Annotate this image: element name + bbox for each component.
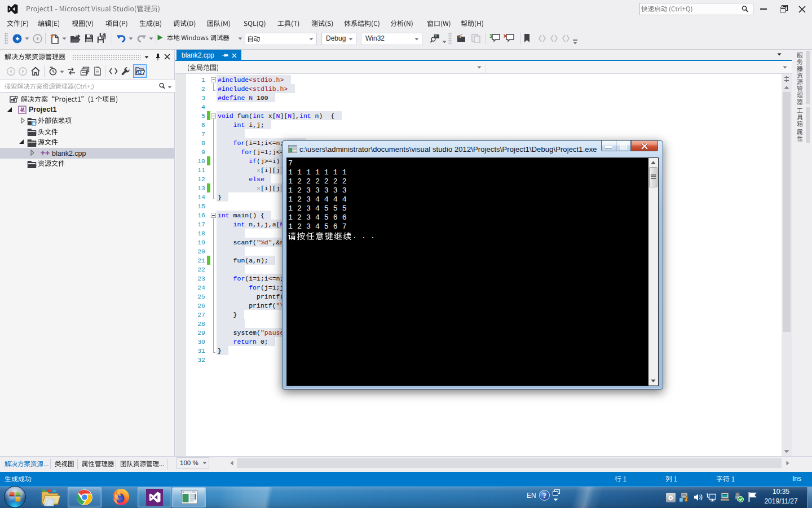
svg-text:?: ? [542, 492, 546, 500]
